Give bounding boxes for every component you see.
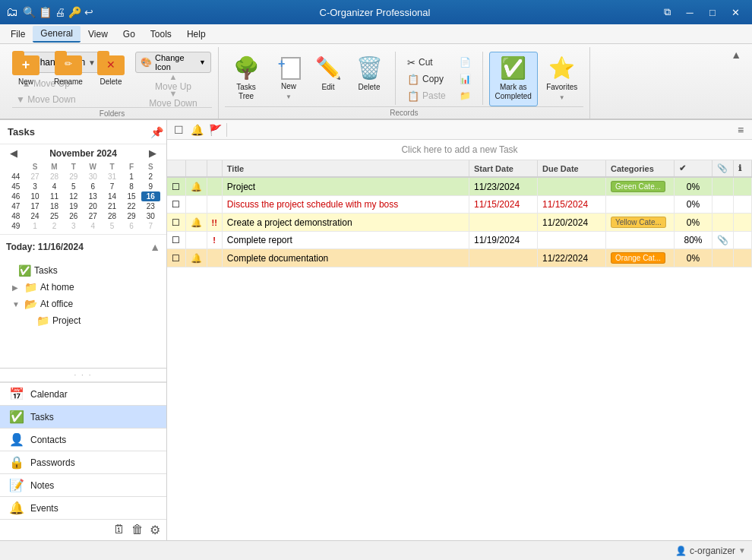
cal-day[interactable]: 18	[45, 201, 64, 211]
cal-day[interactable]: 9	[141, 182, 160, 191]
cal-day[interactable]: 11	[45, 191, 64, 201]
task-title[interactable]: Complete report	[222, 232, 469, 249]
nav-trash-icon[interactable]: 🗑	[131, 523, 144, 537]
task-check[interactable]: ☐	[167, 196, 185, 214]
cal-day[interactable]: 20	[84, 201, 103, 211]
cal-day[interactable]: 23	[141, 201, 160, 211]
cal-day[interactable]: 21	[103, 201, 122, 211]
maximize-button[interactable]: □	[702, 5, 723, 20]
col-header-due[interactable]: Due Date	[538, 160, 606, 177]
cal-day[interactable]: 1	[122, 172, 141, 182]
col-header-title[interactable]: Title	[222, 160, 469, 177]
tree-item-at-office[interactable]: ▼📂At office	[0, 296, 166, 312]
nav-calendar-icon[interactable]: 🗓	[113, 523, 125, 537]
cal-day[interactable]: 8	[122, 182, 141, 191]
table-row[interactable]: ☐🔔!!Create a project demonstration11/20/…	[167, 214, 752, 232]
cal-day[interactable]: 28	[45, 172, 64, 182]
edit-record-button[interactable]: ✏️ Edit	[310, 52, 346, 106]
key-icon[interactable]: 🔑	[68, 6, 81, 18]
change-icon-button2[interactable]: 🎨 Change Icon ▼	[135, 52, 211, 73]
cal-day[interactable]: 25	[45, 211, 64, 221]
toolbar-sound-button[interactable]: 🔔	[188, 122, 205, 138]
tree-item-tasks[interactable]: ✅Tasks	[0, 262, 166, 279]
menu-view[interactable]: View	[81, 27, 115, 42]
restore-button[interactable]: ⧉	[656, 5, 678, 20]
nav-item-contacts[interactable]: 👤Contacts	[0, 428, 166, 451]
cal-day[interactable]: 3	[25, 182, 44, 191]
cal-day[interactable]: 3	[64, 221, 83, 231]
cal-day[interactable]: 28	[103, 211, 122, 221]
sidebar-pin-button[interactable]: 📌	[150, 126, 163, 138]
tasks-tree-button[interactable]: 🌳 Tasks Tree	[225, 52, 267, 106]
cal-prev-button[interactable]: ◀	[6, 147, 21, 159]
table-row[interactable]: ☐Discuss the project schedule with my bo…	[167, 196, 752, 214]
col-header-categories[interactable]: Categories	[606, 160, 675, 177]
cal-day[interactable]: 29	[64, 172, 83, 182]
cal-day[interactable]: 1	[25, 221, 44, 231]
tree-item-project[interactable]: 📁Project	[0, 312, 166, 329]
cal-day[interactable]: 26	[64, 211, 83, 221]
cal-day[interactable]: 31	[103, 172, 122, 182]
cal-day[interactable]: 7	[103, 182, 122, 191]
cal-day[interactable]: 16	[141, 191, 160, 201]
cal-day[interactable]: 30	[141, 211, 160, 221]
cal-day[interactable]: 2	[141, 172, 160, 182]
cal-day[interactable]: 6	[84, 182, 103, 191]
task-check[interactable]: ☐	[167, 214, 185, 232]
delete-record-button[interactable]: 🗑️ Delete	[349, 52, 389, 106]
table-row[interactable]: ☐🔔Project11/23/2024Green Cate...0%	[167, 177, 752, 196]
print-icon[interactable]: 🖨	[55, 6, 65, 18]
cal-day[interactable]: 15	[122, 191, 141, 201]
menu-tools[interactable]: Tools	[143, 27, 179, 42]
cal-day[interactable]: 5	[103, 221, 122, 231]
task-title[interactable]: Complete documentation	[222, 249, 469, 267]
rename-folder-button[interactable]: ✏ Rename	[47, 47, 90, 102]
search-icon[interactable]: 🔍	[23, 6, 36, 18]
cal-day[interactable]: 7	[141, 221, 160, 231]
nav-item-tasks[interactable]: ✅Tasks	[0, 405, 166, 428]
tree-item-at-home[interactable]: ▶📁At home	[0, 279, 166, 296]
cal-day[interactable]: 4	[84, 221, 103, 231]
nav-item-calendar[interactable]: 📅Calendar	[0, 382, 166, 405]
nav-item-passwords[interactable]: 🔒Passwords	[0, 451, 166, 473]
minimize-button[interactable]: ─	[679, 5, 700, 20]
table-row[interactable]: ☐!Complete report11/19/202480%📎	[167, 232, 752, 249]
task-check[interactable]: ☐	[167, 177, 185, 196]
nav-item-notes[interactable]: 📝Notes	[0, 473, 166, 496]
cut-button[interactable]: ✂ Cut	[402, 55, 451, 70]
copy-button[interactable]: 📋 Copy	[402, 71, 451, 87]
cal-day[interactable]: 13	[84, 191, 103, 201]
table-row[interactable]: ☐🔔Complete documentation11/22/2024Orange…	[167, 249, 752, 267]
tasks-add-bar[interactable]: Click here to add a new Task	[167, 140, 752, 160]
cal-next-button[interactable]: ▶	[145, 147, 160, 159]
mark-completed-button[interactable]: ✅ Mark as Completed	[489, 52, 538, 106]
undo-icon[interactable]: ↩	[84, 6, 93, 18]
col-header-complete[interactable]: ✔	[675, 160, 713, 177]
cal-day[interactable]: 10	[25, 191, 44, 201]
close-button[interactable]: ✕	[725, 5, 746, 20]
col-header-start[interactable]: Start Date	[469, 160, 538, 177]
menu-go[interactable]: Go	[115, 27, 143, 42]
dots-handle[interactable]: · · ·	[74, 371, 93, 379]
cal-day[interactable]: 4	[45, 182, 64, 191]
delete-folder-button[interactable]: ✕ Delete	[91, 47, 131, 102]
menu-help[interactable]: Help	[179, 27, 213, 42]
cal-day[interactable]: 2	[45, 221, 64, 231]
today-collapse-button[interactable]: ▲	[150, 241, 160, 253]
task-title[interactable]: Project	[222, 177, 469, 196]
menu-file[interactable]: File	[3, 27, 33, 42]
clipboard-icon[interactable]: 📋	[39, 6, 52, 18]
nav-settings-icon[interactable]: ⚙	[150, 523, 160, 537]
toolbar-flag-button[interactable]: 🚩	[207, 122, 223, 138]
favorites-button[interactable]: ⭐ Favorites ▼	[541, 52, 583, 106]
cal-day[interactable]: 27	[25, 172, 44, 182]
paste-button[interactable]: 📋 Paste	[402, 88, 451, 103]
cal-day[interactable]: 19	[64, 201, 83, 211]
new-folder-button[interactable]: + New	[6, 47, 46, 102]
menu-general[interactable]: General	[33, 26, 81, 43]
nav-item-events[interactable]: 🔔Events	[0, 496, 166, 519]
toolbar-new-button[interactable]: ☐	[170, 122, 187, 138]
cal-day[interactable]: 22	[122, 201, 141, 211]
task-check[interactable]: ☐	[167, 232, 185, 249]
cal-day[interactable]: 5	[64, 182, 83, 191]
